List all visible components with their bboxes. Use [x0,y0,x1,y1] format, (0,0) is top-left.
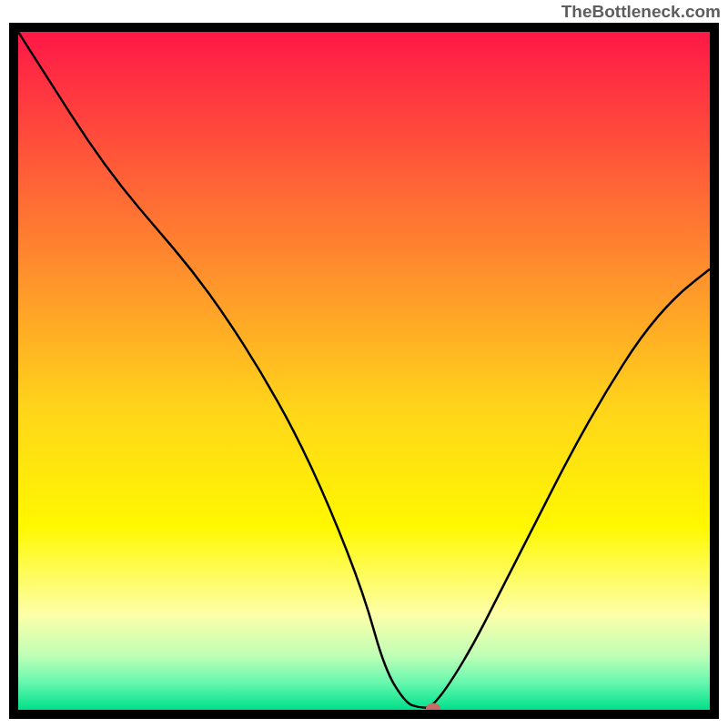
plot-area [9,23,719,719]
watermark-label: TheBottleneck.com [561,2,721,22]
chart-container: TheBottleneck.com [0,0,728,728]
gradient-background [18,32,710,710]
bottleneck-chart [18,32,710,710]
